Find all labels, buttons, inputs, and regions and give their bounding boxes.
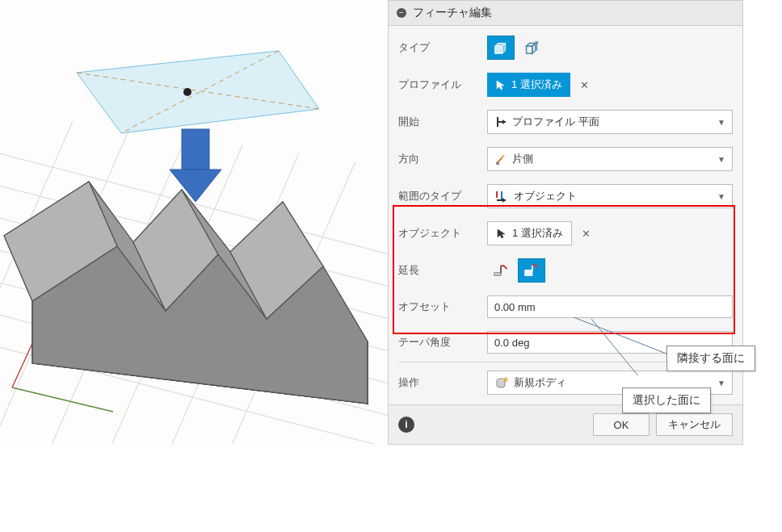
label-operation: 操作 xyxy=(398,375,487,390)
row-start: 開始 プロファイル 平面 ▼ xyxy=(389,103,742,140)
label-offset: オフセット xyxy=(398,300,487,314)
svg-marker-41 xyxy=(502,198,506,203)
callout-leader-lines xyxy=(565,311,679,375)
profile-plane-icon xyxy=(494,115,507,128)
label-direction: 方向 xyxy=(398,152,487,166)
svg-line-46 xyxy=(574,317,671,355)
profile-selection-chip[interactable]: 1 選択済み xyxy=(487,73,570,97)
label-object: オブジェクト xyxy=(398,226,487,241)
panel-header[interactable]: − フィーチャ編集 xyxy=(389,1,742,26)
svg-marker-35 xyxy=(502,119,506,124)
object-clear-button[interactable]: ✕ xyxy=(575,228,597,240)
callout-selected-face: 選択した面に xyxy=(622,387,711,413)
row-profile: プロファイル 1 選択済み ✕ xyxy=(389,66,742,103)
profile-chip-text: 1 選択済み xyxy=(511,77,562,92)
direction-dropdown[interactable]: 片側 ▼ xyxy=(487,147,733,171)
cancel-label: キャンセル xyxy=(668,417,721,432)
extend-to-selected-face-button[interactable] xyxy=(487,258,515,283)
row-direction: 方向 片側 ▼ xyxy=(389,140,742,178)
to-object-icon xyxy=(494,189,509,203)
to-selected-face-icon xyxy=(492,262,510,279)
feature-edit-panel: − フィーチャ編集 タイプ xyxy=(388,0,743,445)
type-thin-extrude-button[interactable] xyxy=(518,36,545,60)
extend-to-adjacent-face-button[interactable] xyxy=(518,258,545,283)
collapse-icon[interactable]: − xyxy=(397,8,406,18)
caret-icon: ▼ xyxy=(717,379,725,387)
svg-line-47 xyxy=(591,319,654,375)
row-extend: 延長 xyxy=(389,252,742,289)
extent-type-dropdown[interactable]: オブジェクト ▼ xyxy=(487,184,733,208)
row-type: タイプ xyxy=(389,29,742,66)
caret-icon: ▼ xyxy=(717,118,725,127)
info-button[interactable]: i xyxy=(398,417,414,433)
svg-marker-15 xyxy=(77,51,319,133)
start-value: プロファイル 平面 xyxy=(512,115,599,129)
callout-selected-text: 選択した面に xyxy=(633,393,700,406)
direction-value: 片側 xyxy=(512,152,533,166)
label-taper: テーパ角度 xyxy=(398,335,487,350)
viewport-3d xyxy=(0,0,388,444)
label-profile: プロファイル xyxy=(398,77,487,92)
caret-icon: ▼ xyxy=(717,192,725,201)
label-extent-type: 範囲のタイプ xyxy=(398,189,487,203)
object-chip-text: 1 選択済み xyxy=(512,226,563,241)
one-side-icon xyxy=(494,153,507,165)
caret-icon: ▼ xyxy=(717,155,725,164)
callout-adjacent-face: 隣接する面に xyxy=(666,346,755,371)
operation-value: 新規ボディ xyxy=(514,375,566,390)
svg-point-18 xyxy=(183,88,191,96)
svg-rect-43 xyxy=(525,270,532,275)
cursor-icon xyxy=(496,228,507,239)
type-extrude-button[interactable] xyxy=(487,36,515,60)
cancel-button[interactable]: キャンセル xyxy=(656,413,733,436)
ok-button[interactable]: OK xyxy=(593,413,650,436)
svg-rect-42 xyxy=(494,273,501,276)
ok-label: OK xyxy=(614,419,629,431)
object-selection-chip[interactable]: 1 選択済み xyxy=(487,221,572,245)
profile-clear-button[interactable]: ✕ xyxy=(574,79,595,91)
label-extend: 延長 xyxy=(398,263,487,278)
extrude-solid-icon xyxy=(492,39,510,57)
to-adjacent-face-icon xyxy=(523,262,540,279)
panel-title: フィーチャ編集 xyxy=(413,6,492,20)
callout-adjacent-text: 隣接する面に xyxy=(677,351,745,364)
svg-rect-37 xyxy=(496,162,499,165)
svg-rect-19 xyxy=(182,129,209,170)
extrude-thin-icon xyxy=(523,39,540,57)
start-dropdown[interactable]: プロファイル 平面 ▼ xyxy=(487,110,733,134)
label-type: タイプ xyxy=(398,40,487,55)
svg-line-13 xyxy=(12,387,113,412)
row-object: オブジェクト 1 選択済み ✕ xyxy=(389,215,742,252)
new-body-icon xyxy=(494,375,509,390)
extent-type-value: オブジェクト xyxy=(514,189,577,203)
label-start: 開始 xyxy=(398,115,487,129)
row-extent-type: 範囲のタイプ オブジェクト ▼ xyxy=(389,178,742,215)
cursor-icon xyxy=(495,79,507,90)
